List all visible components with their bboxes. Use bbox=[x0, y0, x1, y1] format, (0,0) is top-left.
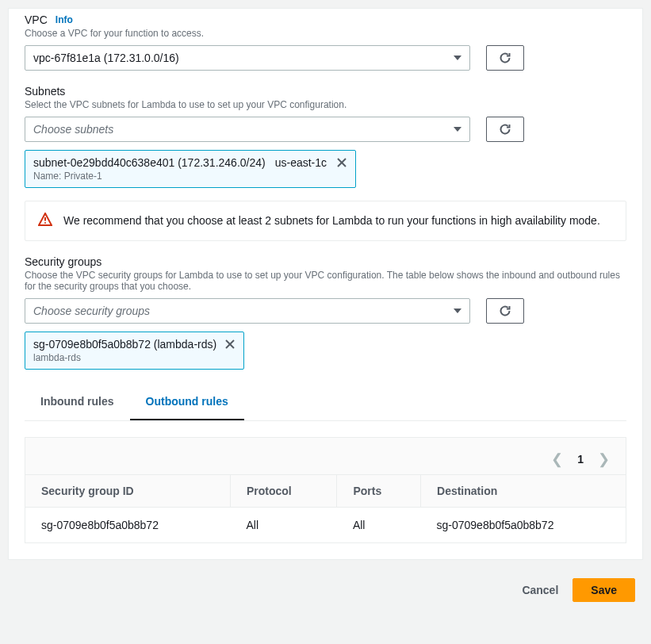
rules-tabs: Inbound rules Outbound rules bbox=[25, 384, 626, 421]
vpc-config-panel: VPC Info Choose a VPC for your function … bbox=[8, 8, 643, 560]
page-next-button[interactable]: ❯ bbox=[598, 452, 610, 466]
sg-tag-remove-button[interactable] bbox=[224, 339, 236, 350]
subnets-placeholder: Choose subnets bbox=[33, 123, 113, 136]
page-number: 1 bbox=[577, 453, 584, 466]
cell-sgid: sg-0709e8b0f5a0b8b72 bbox=[25, 508, 230, 543]
cell-destination: sg-0709e8b0f5a0b8b72 bbox=[421, 508, 626, 543]
save-button[interactable]: Save bbox=[572, 578, 635, 602]
subnet-tag-id: subnet-0e29bdd40c638e401 (172.31.246.0/2… bbox=[33, 156, 266, 169]
security-groups-section: Security groups Choose the VPC security … bbox=[25, 255, 626, 370]
sg-tag: sg-0709e8b0f5a0b8b72 (lambda-rds) lambda… bbox=[25, 332, 244, 370]
rules-table: Security group ID Protocol Ports Destina… bbox=[25, 474, 626, 542]
footer-actions: Cancel Save bbox=[0, 568, 651, 615]
cell-ports: All bbox=[337, 508, 421, 543]
vpc-selected-value: vpc-67f81e1a (172.31.0.0/16) bbox=[33, 52, 179, 64]
sg-help-text: Choose the VPC security groups for Lambd… bbox=[25, 270, 626, 292]
subnets-title: Subnets bbox=[25, 85, 65, 98]
refresh-icon bbox=[499, 305, 511, 317]
subnets-help-text: Select the VPC subnets for Lambda to use… bbox=[25, 99, 626, 110]
subnet-tag-remove-button[interactable] bbox=[336, 157, 347, 168]
refresh-icon bbox=[499, 123, 511, 136]
subnet-warning-alert: We recommend that you choose at least 2 … bbox=[25, 201, 626, 241]
col-ports: Ports bbox=[337, 475, 421, 508]
pagination: ❮ 1 ❯ bbox=[25, 438, 626, 474]
subnet-tag-name: Name: Private-1 bbox=[33, 171, 347, 182]
chevron-down-icon bbox=[454, 127, 461, 132]
cell-protocol: All bbox=[230, 508, 336, 543]
subnet-tag-az: us-east-1c bbox=[275, 156, 327, 169]
warning-icon bbox=[38, 213, 52, 227]
sg-placeholder: Choose security groups bbox=[33, 305, 150, 317]
subnets-section: Subnets Select the VPC subnets for Lambd… bbox=[25, 85, 626, 241]
vpc-section: VPC Info Choose a VPC for your function … bbox=[25, 13, 626, 71]
col-protocol: Protocol bbox=[230, 475, 336, 508]
subnets-refresh-button[interactable] bbox=[486, 117, 524, 142]
sg-select[interactable]: Choose security groups bbox=[25, 298, 470, 324]
vpc-title: VPC bbox=[25, 13, 48, 26]
rules-panel: ❮ 1 ❯ Security group ID Protocol Ports D… bbox=[25, 437, 626, 543]
subnet-tag: subnet-0e29bdd40c638e401 (172.31.246.0/2… bbox=[25, 150, 356, 188]
chevron-down-icon bbox=[454, 56, 461, 60]
sg-tag-id: sg-0709e8b0f5a0b8b72 (lambda-rds) bbox=[33, 338, 216, 351]
refresh-icon bbox=[499, 52, 511, 64]
close-icon bbox=[336, 157, 347, 168]
sg-title: Security groups bbox=[25, 255, 101, 268]
tab-outbound-rules[interactable]: Outbound rules bbox=[130, 384, 244, 420]
col-destination: Destination bbox=[421, 475, 626, 508]
vpc-help-text: Choose a VPC for your function to access… bbox=[25, 28, 626, 39]
table-row: sg-0709e8b0f5a0b8b72 All All sg-0709e8b0… bbox=[25, 508, 626, 543]
page-prev-button[interactable]: ❮ bbox=[551, 452, 563, 466]
vpc-select[interactable]: vpc-67f81e1a (172.31.0.0/16) bbox=[25, 45, 470, 71]
sg-tag-name: lambda-rds bbox=[33, 352, 236, 363]
alert-text: We recommend that you choose at least 2 … bbox=[63, 213, 600, 229]
vpc-info-link[interactable]: Info bbox=[56, 14, 73, 25]
subnets-select[interactable]: Choose subnets bbox=[25, 117, 470, 142]
sg-refresh-button[interactable] bbox=[486, 298, 524, 324]
chevron-down-icon bbox=[454, 309, 461, 313]
col-sgid: Security group ID bbox=[25, 475, 230, 508]
vpc-refresh-button[interactable] bbox=[486, 45, 524, 71]
svg-point-4 bbox=[44, 222, 46, 224]
tab-inbound-rules[interactable]: Inbound rules bbox=[25, 384, 130, 420]
close-icon bbox=[224, 339, 236, 350]
cancel-button[interactable]: Cancel bbox=[519, 577, 561, 603]
